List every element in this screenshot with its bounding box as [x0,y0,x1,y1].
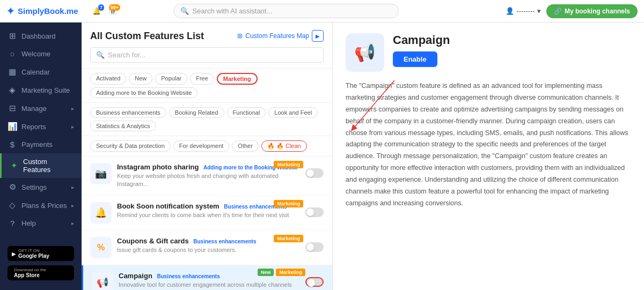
coupons-feature-icon: % [90,237,112,258]
instagram-badge-marketing: Marketing [274,161,303,168]
booksoon-badges: Marketing [274,200,303,207]
booksoon-content: Book Soon notification system Business e… [117,202,300,219]
booksoon-desc: Remind your clients to come back when it… [117,211,300,219]
sidebar-label-plans: Plans & Prices [21,202,67,210]
google-play-badge[interactable]: ▶ GET IT ON Google Play [8,246,74,261]
feature-coupons: % Coupons & Gift cards Business enhancem… [82,230,332,265]
filter-other[interactable]: Other [232,140,259,152]
main-content: All Custom Features List ⊞ Custom Featur… [82,23,644,290]
filters-row1: Activated New Popular Free Marketing Add… [82,69,332,103]
calendar-icon[interactable]: 📅 99+ [108,7,117,15]
reports-icon: 📊 [8,122,17,131]
topnav-icons: 🔔 7 📅 99+ [92,7,117,15]
filter-popular[interactable]: Popular [155,73,187,85]
filter-development[interactable]: For development [173,140,230,152]
campaign-badge-new: New [258,269,274,276]
booksoon-feature-icon: 🔔 [90,202,112,224]
sidebar-item-settings[interactable]: ⚙ Settings ▸ [0,178,82,196]
filter-free[interactable]: Free [190,73,214,85]
booksoon-name: Book Soon notification system [117,202,219,210]
instagram-toggle[interactable] [305,168,324,178]
campaign-desc: Innovative tool for customer engagement … [119,281,300,289]
booksoon-toggle[interactable] [305,207,324,217]
filter-business[interactable]: Business enhancements [90,107,166,118]
coupons-name-row: Coupons & Gift cards Business enhancemen… [117,237,300,245]
topnav: ✦ SimplyBook.me 🔔 7 📅 99+ 🔍 Search with … [0,0,644,23]
search-bar[interactable]: 🔍 Search with AI assistant... [173,4,399,18]
play-button[interactable]: ▶ [312,30,324,42]
sidebar-item-welcome[interactable]: ○ Welcome [0,45,82,63]
sidebar-item-manage[interactable]: ⊟ Manage ▸ [0,99,82,117]
sidebar-item-plans[interactable]: ◇ Plans & Prices ▸ [0,196,82,214]
campaign-badges: New Marketing [258,269,305,276]
welcome-icon: ○ [8,49,17,58]
sidebar-label-help: Help [21,219,67,227]
filter-new[interactable]: New [129,73,152,85]
sidebar-bottom: ▶ GET IT ON Google Play Download on the … [0,241,82,286]
sidebar-label-manage: Manage [21,105,67,113]
sidebar-label-marketing: Marketing Suite [21,86,74,94]
filter-booking-related[interactable]: Booking Related [169,107,224,118]
sidebar-label-custom-features: Custom Features [23,158,74,174]
campaign-detail-header: 📢 Campaign Enable [346,33,631,72]
help-icon: ? [8,219,17,228]
enable-button[interactable]: Enable [393,51,437,67]
features-list: 📷 Instagram photo sharing Adding more to… [82,157,332,290]
filter-adding-more[interactable]: Adding more to the Booking Website [90,87,197,98]
search-features-icon: 🔍 [96,51,105,59]
dashboard-icon: ⊞ [8,31,17,41]
calendar-badge: 99+ [109,4,120,11]
features-map-link[interactable]: ⊞ Custom Features Map ▶ [237,30,324,42]
sidebar-item-reports[interactable]: 📊 Reports ▸ [0,117,82,136]
booking-channels-button[interactable]: 🔗 My booking channels [546,4,638,18]
notification-bell[interactable]: 🔔 7 [92,7,101,15]
notification-badge: 7 [98,4,104,11]
filter-statistics[interactable]: Statistics & Analytics [90,121,156,131]
sidebar-item-payments[interactable]: $ Payments [0,136,82,153]
filter-security[interactable]: Security & Data protection [90,140,171,152]
coupons-tag: Business enhancements [193,239,256,244]
app-store-badge[interactable]: Download on the App Store [8,265,74,280]
sidebar-label-settings: Settings [21,183,67,191]
campaign-badge-marketing: Marketing [276,269,305,276]
search-icon: 🔍 [180,7,189,15]
campaign-toggle[interactable] [305,277,324,287]
sidebar-item-marketing[interactable]: ◈ Marketing Suite [0,81,82,99]
sidebar-item-help[interactable]: ? Help ▸ [0,214,82,232]
filter-activated[interactable]: Activated [90,73,126,85]
features-panel: All Custom Features List ⊞ Custom Featur… [82,23,333,290]
filter-look-feel[interactable]: Look and Feel [268,107,318,118]
features-title-row: All Custom Features List ⊞ Custom Featur… [90,30,324,42]
chevron-settings-icon: ▸ [71,184,74,190]
logo[interactable]: ✦ SimplyBook.me [6,5,86,17]
sidebar-item-dashboard[interactable]: ⊞ Dashboard [0,27,82,45]
instagram-content: Instagram photo sharing Adding more to t… [117,163,300,189]
coupons-badge-marketing: Marketing [274,235,303,242]
calendar-sidebar-icon: ▦ [8,67,17,77]
sidebar-item-custom-features[interactable]: ✦ Custom Features [0,153,82,178]
booksoon-badge-marketing: Marketing [274,200,303,207]
coupons-desc: Issue gift cards & coupons to your custo… [117,246,300,254]
sidebar-label-reports: Reports [21,123,67,131]
filters-row3: Security & Data protection For developme… [82,136,332,157]
features-search[interactable]: 🔍 Search for... [90,47,324,63]
logo-text: SimplyBook.me [18,6,78,16]
grid-icon: ⊞ [237,32,243,40]
chevron-plans-icon: ▸ [71,203,74,209]
instagram-feature-icon: 📷 [90,163,112,184]
feature-campaign: 📢 Campaign Business enhancements Innovat… [82,265,332,290]
filter-clean[interactable]: 🔥 🔥 Clean [261,140,307,152]
filter-functional[interactable]: Functional [227,107,266,118]
payments-icon: $ [8,140,17,149]
chevron-help-icon: ▸ [71,220,74,226]
topnav-right: 👤 -------- ▾ 🔗 My booking channels [506,4,638,18]
coupons-content: Coupons & Gift cards Business enhancemen… [117,237,300,254]
google-play-icon: ▶ [12,251,16,257]
filter-marketing[interactable]: Marketing [217,73,258,85]
instagram-name-row: Instagram photo sharing Adding more to t… [117,163,300,171]
sidebar-item-calendar[interactable]: ▦ Calendar [0,63,82,81]
user-menu[interactable]: 👤 -------- ▾ [506,7,541,15]
chevron-manage-icon: ▸ [71,106,74,111]
coupons-toggle[interactable] [305,242,324,252]
search-placeholder: Search with AI assistant... [192,7,272,15]
